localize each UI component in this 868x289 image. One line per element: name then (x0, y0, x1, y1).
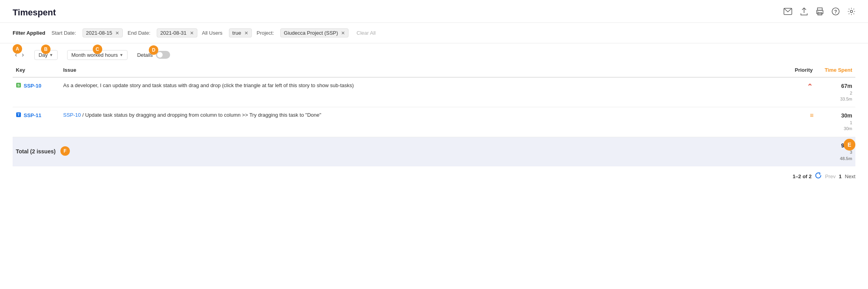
total-label-cell: Total (2 issues) F (13, 137, 776, 166)
col-time-spent: Time Spent (816, 63, 855, 77)
story-icon: S (16, 82, 21, 89)
priority-medium-icon: ≡ (810, 112, 813, 119)
svg-point-7 (850, 10, 853, 13)
total-label: Total (2 issues) (16, 148, 56, 155)
time-sub2: 33.5m (819, 96, 852, 102)
svg-point-4 (817, 11, 818, 12)
filter-applied-label: Filter Applied (13, 30, 45, 36)
end-date-tag[interactable]: 2021-08-31 ✕ (157, 28, 197, 37)
col-key: Key (13, 63, 60, 77)
svg-text:T: T (17, 113, 20, 117)
pagination: 1–2 of 2 Prev 1 Next (0, 166, 868, 186)
month-hours-chevron-icon: ▼ (119, 53, 123, 57)
all-users-clear[interactable]: ✕ (244, 30, 248, 36)
filter-bar: Filter Applied Start Date: 2021-08-15 ✕ … (0, 23, 868, 43)
badge-e: E (844, 139, 855, 151)
total-priority-cell (776, 137, 816, 166)
details-toggle[interactable] (156, 51, 170, 59)
page-title: Timespent (13, 7, 56, 18)
key-link[interactable]: SSSP-10 (16, 82, 57, 89)
project-label: Project: (257, 30, 274, 36)
envelope-icon[interactable] (784, 8, 792, 17)
start-date-tag[interactable]: 2021-08-15 ✕ (82, 28, 123, 37)
start-date-clear[interactable]: ✕ (115, 30, 119, 36)
time-main: 67m (819, 82, 852, 90)
all-users-tag[interactable]: true ✕ (229, 28, 252, 37)
badge-c: C (93, 45, 102, 54)
upload-icon[interactable] (800, 7, 808, 18)
key-cell: TSSP-11 (13, 107, 60, 137)
svg-text:S: S (17, 83, 20, 87)
time-main: 30m (819, 112, 852, 120)
project-tag[interactable]: Giudecca Project (SSP) ✕ (280, 28, 349, 37)
end-date-clear[interactable]: ✕ (190, 30, 194, 36)
clear-all-button[interactable]: Clear All (356, 30, 375, 36)
issue-prefix-link[interactable]: SSP-10 (63, 112, 81, 118)
col-issue: Issue (60, 63, 776, 77)
issue-cell: SSP-10 / Update task status by dragging … (60, 107, 776, 137)
priority-high-icon: ⌃ (807, 83, 813, 91)
total-time-sub2: 48.5m (819, 156, 852, 162)
print-icon[interactable] (816, 7, 824, 17)
issue-text: As a developer, I can update story and t… (63, 82, 354, 88)
pagination-prev[interactable]: Prev (825, 173, 836, 179)
badge-a: A (13, 44, 22, 54)
start-date-label: Start Date: (52, 30, 76, 36)
svg-text:?: ? (834, 9, 837, 15)
issue-text: / Update task status by dragging and dro… (81, 112, 321, 118)
issues-table: Key Issue Priority Time Spent SSSP-10As … (13, 63, 855, 166)
table-row: SSSP-10As a developer, I can update stor… (13, 77, 855, 107)
pagination-range: 1–2 of 2 (793, 173, 812, 179)
table-row: TSSP-11SSP-10 / Update task status by dr… (13, 107, 855, 137)
help-icon[interactable]: ? (832, 7, 840, 17)
toolbar: A ‹ › B Day ▼ C Month worked hours ▼ D D… (0, 43, 868, 63)
header-icons: ? (784, 7, 855, 18)
time-sub1: 2 (819, 90, 852, 96)
table-container: Key Issue Priority Time Spent SSSP-10As … (0, 63, 868, 166)
priority-cell: ⌃ (776, 77, 816, 107)
task-icon: T (16, 112, 21, 119)
all-users-label: All Users (202, 30, 223, 36)
project-clear[interactable]: ✕ (341, 30, 345, 36)
badge-f: F (60, 146, 70, 156)
settings-icon[interactable] (847, 7, 855, 17)
badge-b: B (41, 45, 51, 54)
svg-rect-1 (817, 8, 822, 10)
header: Timespent ? (0, 0, 868, 23)
time-cell: 67m233.5m (816, 77, 855, 107)
end-date-label: End Date: (127, 30, 150, 36)
total-row: Total (2 issues) F 97m 3 48.5m (13, 137, 855, 166)
pagination-page[interactable]: 1 (839, 173, 842, 179)
total-time-sub1: 3 (819, 149, 852, 155)
badge-d: D (149, 45, 158, 55)
day-chevron-icon: ▼ (49, 53, 53, 57)
key-cell: SSSP-10 (13, 77, 60, 107)
refresh-icon[interactable] (815, 172, 822, 181)
priority-cell: ≡ (776, 107, 816, 137)
time-sub1: 1 (819, 120, 852, 126)
col-priority: Priority (776, 63, 816, 77)
issue-cell: As a developer, I can update story and t… (60, 77, 776, 107)
time-cell: 30m130m (816, 107, 855, 137)
pagination-next[interactable]: Next (845, 173, 855, 179)
key-link[interactable]: TSSP-11 (16, 112, 57, 119)
badge-e-wrapper: E (844, 139, 855, 151)
time-sub2: 30m (819, 126, 852, 132)
